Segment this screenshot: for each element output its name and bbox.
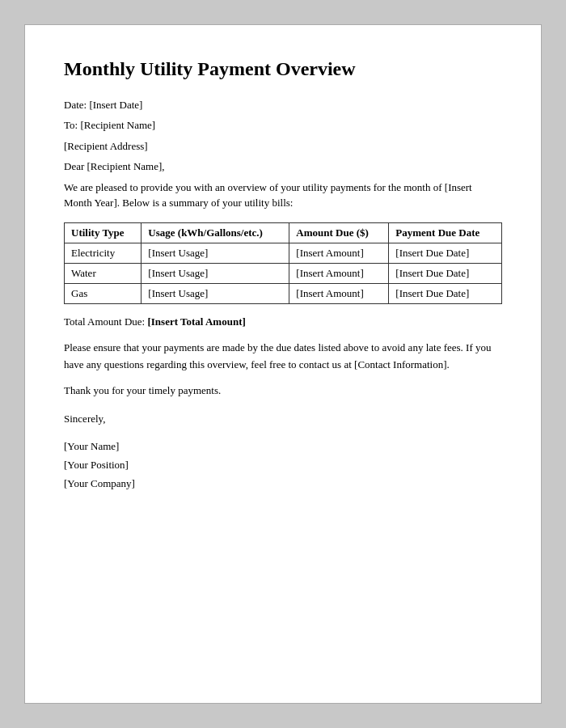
- total-prefix: Total Amount Due:: [64, 315, 147, 328]
- table-cell-2-3: [Insert Due Date]: [389, 283, 502, 303]
- table-cell-1-3: [Insert Due Date]: [389, 263, 502, 283]
- intro-paragraph: We are pleased to provide you with an ov…: [64, 180, 502, 211]
- col-utility-type: Utility Type: [65, 222, 142, 243]
- total-value: [Insert Total Amount]: [147, 315, 245, 328]
- table-row: Gas[Insert Usage][Insert Amount][Insert …: [65, 283, 502, 303]
- table-cell-0-1: [Insert Usage]: [142, 243, 289, 263]
- date-field: Date: [Insert Date]: [64, 97, 502, 113]
- table-cell-2-0: Gas: [65, 283, 142, 303]
- table-cell-1-1: [Insert Usage]: [142, 263, 289, 283]
- table-cell-0-2: [Insert Amount]: [289, 243, 389, 263]
- page-title: Monthly Utility Payment Overview: [64, 57, 502, 81]
- document-container: Monthly Utility Payment Overview Date: […: [24, 24, 542, 704]
- to-field: To: [Recipient Name]: [64, 117, 502, 133]
- closing-block: Sincerely,: [64, 409, 502, 428]
- col-usage: Usage (kWh/Gallons/etc.): [142, 222, 289, 243]
- table-row: Water[Insert Usage][Insert Amount][Inser…: [65, 263, 502, 283]
- signature-block: [Your Name] [Your Position] [Your Compan…: [64, 437, 502, 493]
- body-paragraph: Please ensure that your payments are mad…: [64, 340, 502, 374]
- your-company: [Your Company]: [64, 474, 502, 493]
- table-cell-0-3: [Insert Due Date]: [389, 243, 502, 263]
- your-name: [Your Name]: [64, 437, 502, 455]
- utility-table: Utility Type Usage (kWh/Gallons/etc.) Am…: [64, 222, 502, 304]
- table-row: Electricity[Insert Usage][Insert Amount]…: [65, 243, 502, 263]
- table-cell-2-1: [Insert Usage]: [142, 283, 289, 303]
- table-cell-1-2: [Insert Amount]: [289, 263, 389, 283]
- col-payment-due-date: Payment Due Date: [389, 222, 502, 243]
- table-cell-1-0: Water: [65, 263, 142, 283]
- table-cell-0-0: Electricity: [65, 243, 142, 263]
- col-amount-due: Amount Due ($): [289, 222, 389, 243]
- sincerely-label: Sincerely,: [64, 409, 502, 428]
- total-amount-line: Total Amount Due: [Insert Total Amount]: [64, 315, 502, 328]
- table-header-row: Utility Type Usage (kWh/Gallons/etc.) Am…: [65, 222, 502, 243]
- your-position: [Your Position]: [64, 455, 502, 474]
- dear-field: Dear [Recipient Name],: [64, 159, 502, 175]
- table-cell-2-2: [Insert Amount]: [289, 283, 389, 303]
- utility-table-section: Utility Type Usage (kWh/Gallons/etc.) Am…: [64, 222, 502, 304]
- thank-you-line: Thank you for your timely payments.: [64, 383, 502, 400]
- address-field: [Recipient Address]: [64, 138, 502, 154]
